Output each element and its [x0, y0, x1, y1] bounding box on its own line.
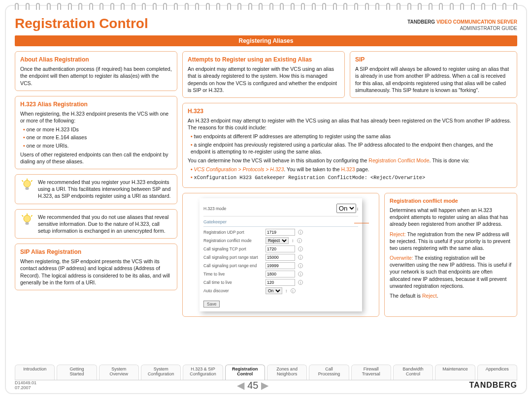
config-input[interactable]: Reject	[266, 237, 289, 244]
nav-tab[interactable]: BandwidthControl	[393, 365, 433, 380]
tandberg-logo: TANDBERG	[469, 381, 517, 390]
spiral-binding	[15, 3, 517, 12]
undo-icon[interactable]: ↕	[285, 288, 288, 293]
h323-alias-box: H.323 Alias Registration When registerin…	[15, 96, 177, 169]
config-input[interactable]	[266, 229, 295, 236]
nav-tab[interactable]: SystemOverview	[99, 365, 139, 380]
svg-rect-1	[26, 187, 29, 190]
nav-tab[interactable]: Introduction	[15, 365, 55, 380]
sip-alias-box: SIP Alias Registration When registering,…	[15, 244, 177, 290]
config-label: Call signaling TCP port	[203, 246, 263, 251]
brand-block: TANDBERG VIDEO COMMUNICATION SERVER ADMI…	[407, 19, 517, 31]
config-label: Call signaling port range end	[203, 263, 263, 268]
undo-icon[interactable]: ↕	[292, 238, 294, 243]
nav-tab[interactable]: Appendices	[477, 365, 517, 380]
save-button[interactable]: Save	[203, 301, 220, 307]
h323-mode-select[interactable]: On	[336, 204, 356, 213]
config-label: Call time to live	[203, 280, 263, 285]
config-row: Time to livei	[203, 271, 358, 277]
svg-point-5	[24, 215, 31, 222]
config-input[interactable]	[266, 279, 295, 286]
config-row: Auto discoverOn↕i	[203, 287, 358, 294]
tip-uri: We recommended that you register your H.…	[15, 174, 177, 204]
svg-point-0	[24, 181, 31, 187]
config-row: Registration UDP porti	[203, 229, 358, 236]
info-icon[interactable]: i	[298, 272, 303, 276]
nav-tab[interactable]: Zones andNeighbors	[267, 365, 307, 380]
conflict-mode-box: Registration conflict mode Determines wh…	[384, 193, 517, 317]
section-banner: Registering Aliases	[15, 35, 517, 46]
config-screenshot-box: H.323 mode On i Gatekeeper Registration …	[182, 193, 379, 317]
lightbulb-icon	[20, 179, 34, 192]
config-label: Registration UDP port	[203, 230, 263, 235]
config-input[interactable]	[266, 262, 295, 269]
info-icon[interactable]: i	[298, 230, 303, 235]
nav-tab[interactable]: GettingStarted	[57, 365, 97, 380]
attempts-box: Attempts to Register using an Existing A…	[182, 51, 345, 98]
config-row: Call signaling port range endi	[203, 262, 358, 269]
info-icon[interactable]: i	[357, 207, 358, 212]
tip-sensitive: We recommended that you do not use alias…	[15, 209, 177, 239]
config-input[interactable]	[266, 254, 295, 261]
svg-line-3	[22, 181, 24, 182]
svg-line-9	[31, 215, 33, 216]
next-arrow-icon[interactable]: ▶	[261, 379, 268, 391]
config-screenshot: H.323 mode On i Gatekeeper Registration …	[200, 198, 362, 311]
config-input[interactable]	[266, 246, 295, 252]
svg-rect-6	[26, 222, 29, 224]
info-icon[interactable]: i	[297, 238, 302, 243]
config-rows: Registration UDP portiRegistration confl…	[203, 229, 358, 294]
lightbulb-icon	[20, 214, 34, 227]
config-row: Call signaling port range starti	[203, 254, 358, 261]
page-number: ◀ 45 ▶	[237, 379, 268, 391]
page-title: Registration Control	[15, 16, 148, 31]
info-icon[interactable]: i	[298, 255, 303, 260]
nav-tab[interactable]: SystemConfiguration	[141, 365, 181, 380]
svg-line-4	[31, 181, 33, 182]
about-alias-box: About Alias Registration Once the authen…	[15, 51, 177, 91]
info-icon[interactable]: i	[298, 263, 303, 268]
config-row: Registration conflict modeReject↕i	[203, 237, 358, 244]
doc-id: D14049.01 07.2007	[15, 380, 36, 390]
config-label: Call signaling port range start	[203, 255, 263, 260]
info-icon[interactable]: i	[298, 246, 303, 251]
prev-arrow-icon[interactable]: ◀	[237, 379, 244, 391]
config-label: Time to live	[203, 272, 263, 276]
config-row: Call signaling TCP porti	[203, 246, 358, 252]
nav-tab[interactable]: FirewallTraversal	[351, 365, 391, 380]
nav-tab[interactable]: CallProcessing	[309, 365, 349, 380]
nav-tab[interactable]: RegistrationControl	[225, 365, 265, 380]
info-icon[interactable]: i	[291, 288, 296, 293]
sip-box: SIP A SIP endpoint will always be allowe…	[350, 51, 517, 98]
nav-tab[interactable]: Maintenance	[435, 365, 475, 380]
config-row: Call time to livei	[203, 279, 358, 286]
h323-box: H.323 An H.323 endpoint may attempt to r…	[182, 103, 517, 188]
config-input[interactable]	[266, 271, 295, 277]
config-label: Registration conflict mode	[203, 238, 263, 243]
svg-line-8	[22, 215, 24, 216]
config-input[interactable]: On	[266, 287, 282, 294]
nav-tab[interactable]: H.323 & SIPConfiguration	[183, 365, 223, 380]
config-label: Auto discover	[203, 288, 263, 293]
info-icon[interactable]: i	[298, 280, 303, 285]
nav-tabs: IntroductionGettingStartedSystemOverview…	[15, 365, 517, 380]
